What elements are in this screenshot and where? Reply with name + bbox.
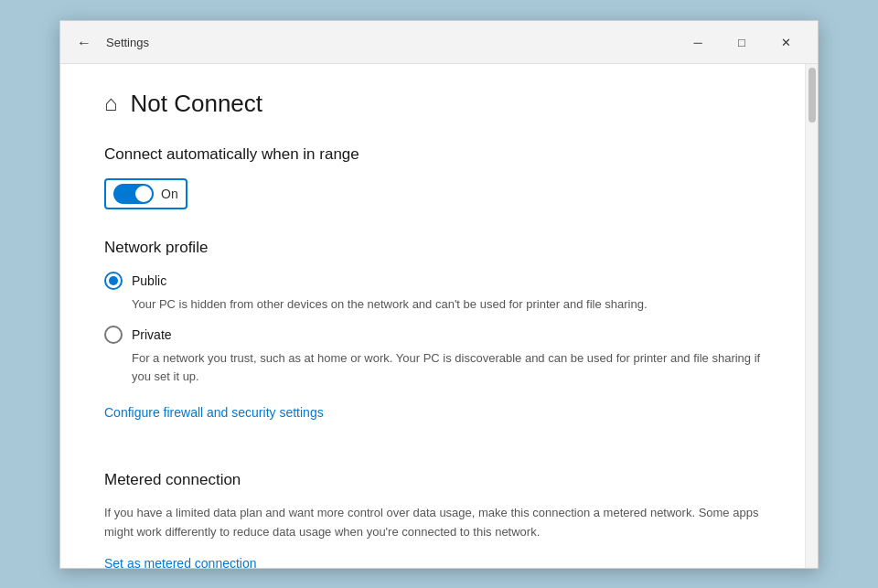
maximize-button[interactable]: □ xyxy=(721,28,763,58)
private-radio-label: Private xyxy=(132,327,172,342)
toggle-label: On xyxy=(161,187,178,201)
titlebar-left: ← Settings xyxy=(71,33,149,53)
metered-link[interactable]: Set as metered connection xyxy=(104,556,257,568)
connect-toggle[interactable]: On xyxy=(104,178,187,209)
titlebar: ← Settings ─ □ ✕ xyxy=(60,21,818,64)
connect-heading: Connect automatically when in range xyxy=(104,145,768,164)
page-title: Not Connect xyxy=(131,90,263,118)
settings-window: ← Settings ─ □ ✕ ⌂ Not Connect Connect a… xyxy=(59,20,819,569)
back-button[interactable]: ← xyxy=(71,33,97,53)
toggle-track xyxy=(113,184,154,204)
main-content: ⌂ Not Connect Connect automatically when… xyxy=(60,64,805,568)
public-radio-row[interactable]: Public xyxy=(104,272,768,290)
public-radio-desc: Your PC is hidden from other devices on … xyxy=(132,295,768,314)
toggle-thumb xyxy=(135,186,152,202)
network-profile-section: Network profile Public Your PC is hidden… xyxy=(104,239,768,446)
titlebar-controls: ─ □ ✕ xyxy=(677,28,807,58)
private-radio-desc: For a network you trust, such as at home… xyxy=(132,349,768,385)
private-radio-circle[interactable] xyxy=(104,326,123,344)
minimize-button[interactable]: ─ xyxy=(677,28,719,58)
content-area: ⌂ Not Connect Connect automatically when… xyxy=(60,64,818,568)
scrollbar-track[interactable] xyxy=(805,64,818,568)
close-button[interactable]: ✕ xyxy=(765,28,807,58)
titlebar-title: Settings xyxy=(106,36,149,49)
private-radio-row[interactable]: Private xyxy=(104,326,768,344)
firewall-link[interactable]: Configure firewall and security settings xyxy=(104,405,324,420)
public-radio-label: Public xyxy=(132,273,166,288)
metered-heading: Metered connection xyxy=(104,471,768,489)
toggle-container: On xyxy=(104,178,768,209)
public-radio-circle[interactable] xyxy=(104,272,123,290)
private-radio-item: Private For a network you trust, such as… xyxy=(104,326,768,385)
home-icon: ⌂ xyxy=(104,91,118,116)
page-header: ⌂ Not Connect xyxy=(104,90,768,118)
public-radio-item: Public Your PC is hidden from other devi… xyxy=(104,272,768,314)
connect-section: Connect automatically when in range On xyxy=(104,145,768,209)
network-profile-heading: Network profile xyxy=(104,239,768,257)
metered-connection-section: Metered connection If you have a limited… xyxy=(104,471,768,568)
scrollbar-thumb[interactable] xyxy=(808,68,816,123)
metered-description: If you have a limited data plan and want… xyxy=(104,504,768,542)
